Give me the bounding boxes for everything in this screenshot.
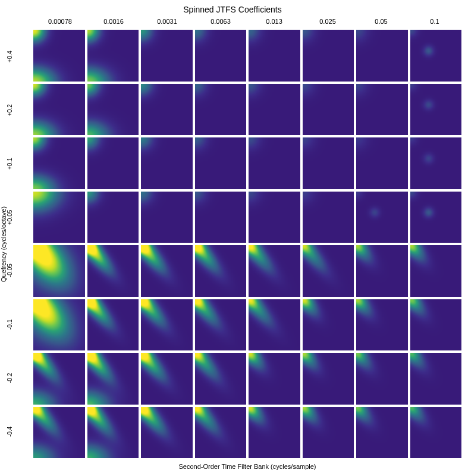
heatmap-cell	[87, 299, 139, 351]
row-label: -0.1	[0, 298, 19, 351]
heatmap-cell	[141, 192, 193, 243]
col-label: 0.0063	[194, 18, 247, 29]
heatmap-cell	[87, 192, 139, 243]
heatmap-cell	[249, 137, 300, 189]
row-label: +0.1	[0, 137, 19, 190]
heatmap-cell	[303, 245, 354, 297]
column-labels: 0.00078 0.0016 0.0031 0.0063 0.013 0.025…	[33, 18, 461, 29]
heatmap-cell	[33, 407, 85, 459]
heatmap-cell	[195, 30, 247, 82]
heatmap-cell	[141, 299, 193, 351]
heatmap-cell	[356, 137, 408, 189]
heatmap-cell	[356, 192, 408, 243]
heatmap-cell	[356, 245, 408, 297]
heatmap-cell	[356, 299, 408, 351]
heatmap-cell	[356, 353, 408, 405]
heatmap-cell	[33, 299, 85, 351]
heatmap-cell	[356, 407, 408, 459]
heatmap-grid	[33, 30, 461, 458]
heatmap-cell	[87, 407, 139, 459]
heatmap-cell	[195, 299, 247, 351]
heatmap-cell	[303, 84, 354, 136]
heatmap-cell	[356, 30, 408, 82]
heatmap-cell	[410, 299, 462, 351]
col-label: 0.00078	[33, 18, 87, 29]
heatmap-cell	[33, 192, 85, 243]
heatmap-cell	[303, 353, 354, 405]
row-label: -0.2	[0, 351, 19, 405]
heatmap-cell	[33, 137, 85, 189]
row-labels: +0.4 +0.2 +0.1 +0.05 -0.05 -0.1 -0.2 -0.…	[0, 30, 19, 458]
heatmap-cell	[356, 84, 408, 136]
x-axis-label: Second-Order Time Filter Bank (cycles/sa…	[33, 463, 461, 470]
heatmap-cell	[87, 137, 139, 189]
heatmap-cell	[141, 407, 193, 459]
row-label: +0.4	[0, 30, 19, 83]
heatmap-cell	[410, 84, 462, 136]
heatmap-cell	[410, 137, 462, 189]
heatmap-cell	[195, 245, 247, 297]
heatmap-cell	[249, 353, 300, 405]
col-label: 0.0031	[140, 18, 194, 29]
heatmap-cell	[195, 137, 247, 189]
heatmap-cell	[87, 30, 139, 82]
heatmap-cell	[249, 30, 300, 82]
heatmap-cell	[195, 407, 247, 459]
heatmap-cell	[410, 30, 462, 82]
heatmap-cell	[87, 245, 139, 297]
heatmap-cell	[249, 84, 300, 136]
row-label: -0.4	[0, 405, 19, 458]
row-label: +0.2	[0, 83, 19, 137]
heatmap-cell	[303, 30, 354, 82]
col-label: 0.0016	[87, 18, 140, 29]
heatmap-cell	[141, 30, 193, 82]
heatmap-cell	[141, 137, 193, 189]
heatmap-cell	[141, 84, 193, 136]
heatmap-cell	[195, 84, 247, 136]
heatmap-cell	[141, 353, 193, 405]
row-label: +0.05	[0, 190, 19, 244]
heatmap-cell	[87, 353, 139, 405]
heatmap-cell	[33, 84, 85, 136]
heatmap-cell	[303, 192, 354, 243]
heatmap-cell	[195, 353, 247, 405]
heatmap-cell	[249, 192, 300, 243]
heatmap-cell	[410, 353, 462, 405]
chart-title: Spinned JTFS Coefficients	[0, 5, 465, 14]
heatmap-cell	[195, 192, 247, 243]
heatmap-cell	[249, 245, 300, 297]
heatmap-cell	[33, 245, 85, 297]
col-label: 0.025	[301, 18, 354, 29]
heatmap-cell	[249, 407, 300, 459]
heatmap-cell	[410, 245, 462, 297]
figure: Spinned JTFS Coefficients 0.00078 0.0016…	[0, 0, 465, 476]
heatmap-cell	[33, 30, 85, 82]
row-label: -0.05	[0, 244, 19, 298]
col-label: 0.013	[247, 18, 301, 29]
heatmap-cell	[303, 407, 354, 459]
heatmap-cell	[410, 407, 462, 459]
heatmap-cell	[33, 353, 85, 405]
col-label: 0.05	[354, 18, 408, 29]
heatmap-cell	[303, 299, 354, 351]
heatmap-cell	[303, 137, 354, 189]
col-label: 0.1	[408, 18, 461, 29]
heatmap-cell	[410, 192, 462, 243]
heatmap-cell	[141, 245, 193, 297]
heatmap-cell	[87, 84, 139, 136]
heatmap-cell	[249, 299, 300, 351]
